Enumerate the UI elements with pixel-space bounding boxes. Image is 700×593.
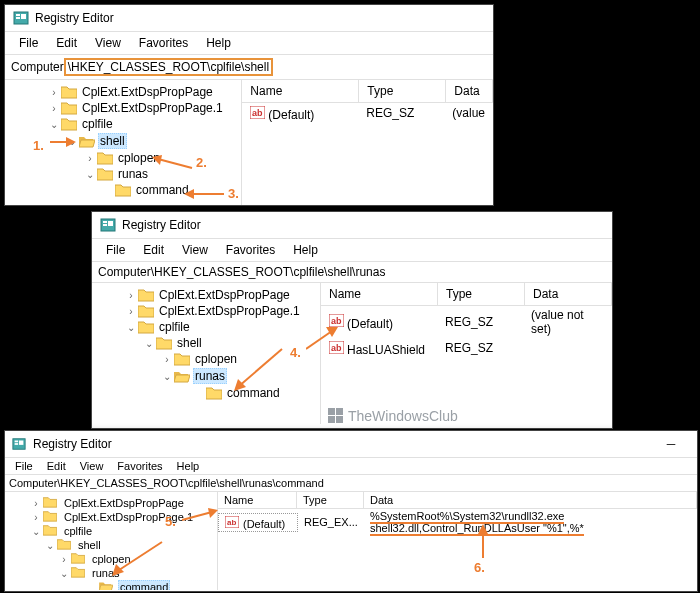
expand-icon[interactable]: › — [83, 153, 97, 164]
menu-favorites[interactable]: Favorites — [131, 34, 196, 52]
collapse-icon[interactable]: ⌄ — [160, 371, 174, 382]
collapse-icon[interactable]: ⌄ — [47, 119, 61, 130]
list-row[interactable]: abHasLUAShield REG_SZ — [321, 338, 612, 359]
menu-favorites[interactable]: Favorites — [218, 241, 283, 259]
folder-icon — [43, 524, 59, 538]
col-type[interactable]: Type — [297, 492, 364, 508]
menu-file[interactable]: File — [9, 459, 39, 473]
string-value-icon: ab — [250, 105, 266, 119]
titlebar[interactable]: Registry Editor — [5, 5, 493, 32]
col-type[interactable]: Type — [438, 283, 525, 305]
list-header: Name Type Data — [242, 80, 493, 103]
col-data[interactable]: Data — [446, 80, 493, 102]
arrow-icon — [476, 522, 490, 560]
list-row[interactable]: ab(Default) REG_SZ (value — [242, 103, 493, 124]
arrow-icon — [180, 508, 220, 524]
list-row[interactable]: ab(Default) REG_EX... %SystemRoot%\Syste… — [218, 509, 697, 535]
expand-icon[interactable]: › — [124, 290, 138, 301]
tree-node[interactable]: ⌄cplfile — [92, 319, 320, 335]
collapse-icon[interactable]: ⌄ — [124, 322, 138, 333]
tree-node[interactable]: ›CplExt.ExtDspPropPage — [5, 84, 241, 100]
window-title: Registry Editor — [35, 11, 114, 25]
svg-rect-7 — [103, 221, 107, 223]
menu-edit[interactable]: Edit — [41, 459, 72, 473]
tree-pane[interactable]: ›CplExt.ExtDspPropPage ›CplExt.ExtDspPro… — [92, 283, 321, 424]
annotation-3: 3. — [228, 186, 239, 201]
collapse-icon[interactable]: ⌄ — [142, 338, 156, 349]
expand-icon[interactable]: › — [124, 306, 138, 317]
menu-edit[interactable]: Edit — [135, 241, 172, 259]
expand-icon[interactable]: › — [160, 354, 174, 365]
arrow-icon — [306, 325, 340, 353]
tree-node[interactable]: ›CplExt.ExtDspPropPage — [92, 287, 320, 303]
menu-help[interactable]: Help — [171, 459, 206, 473]
window-title: Registry Editor — [122, 218, 201, 232]
expand-icon[interactable]: › — [47, 87, 61, 98]
windows-logo-icon — [328, 408, 344, 424]
svg-rect-17 — [336, 416, 343, 423]
collapse-icon[interactable]: ⌄ — [83, 169, 97, 180]
svg-rect-3 — [21, 14, 26, 19]
menubar: File Edit View Favorites Help — [92, 239, 612, 262]
expand-icon[interactable]: › — [29, 498, 43, 509]
svg-text:ab: ab — [252, 108, 263, 118]
window-title: Registry Editor — [33, 437, 112, 451]
addressbar[interactable]: Computer \HKEY_CLASSES_ROOT\cplfile\shel… — [5, 55, 493, 80]
col-data[interactable]: Data — [364, 492, 697, 508]
annotation-5: 5. — [165, 514, 176, 529]
menu-view[interactable]: View — [174, 241, 216, 259]
col-data[interactable]: Data — [525, 283, 612, 305]
svg-rect-16 — [328, 416, 335, 423]
list-row[interactable]: ab(Default) REG_SZ (value not set) — [321, 306, 612, 338]
annotation-6: 6. — [474, 560, 485, 575]
regedit-icon — [11, 436, 27, 452]
list-header: Name Type Data — [218, 492, 697, 509]
tree-node-selected[interactable]: command — [5, 580, 217, 590]
addressbar[interactable]: Computer\HKEY_CLASSES_ROOT\cplfile\shell… — [92, 262, 612, 283]
tree-node[interactable]: ⌄cplfile — [5, 116, 241, 132]
col-name[interactable]: Name — [321, 283, 438, 305]
regedit-icon — [13, 10, 29, 26]
tree-node[interactable]: ⌄cplfile — [5, 524, 217, 538]
collapse-icon[interactable]: ⌄ — [43, 540, 57, 551]
watermark: TheWindowsClub — [328, 408, 458, 424]
expand-icon[interactable]: › — [29, 512, 43, 523]
folder-icon — [61, 101, 77, 115]
window-controls: ─ — [651, 434, 691, 454]
folder-icon — [71, 552, 87, 566]
tree-node[interactable]: ›CplExt.ExtDspPropPage.1 — [5, 100, 241, 116]
folder-open-icon — [79, 134, 95, 148]
values-pane[interactable]: Name Type Data ab(Default) REG_SZ (value… — [321, 283, 612, 424]
expand-icon[interactable]: › — [47, 103, 61, 114]
addressbar[interactable]: Computer\HKEY_CLASSES_ROOT\cplfile\shell… — [5, 475, 697, 492]
menu-help[interactable]: Help — [285, 241, 326, 259]
expand-icon[interactable]: › — [57, 554, 71, 565]
menu-favorites[interactable]: Favorites — [111, 459, 168, 473]
annotation-4: 4. — [290, 345, 301, 360]
regedit-window-2: Registry Editor File Edit View Favorites… — [91, 211, 613, 429]
folder-icon — [206, 386, 222, 400]
folder-icon — [43, 510, 59, 524]
svg-rect-2 — [16, 17, 20, 19]
tree-node[interactable]: ›CplExt.ExtDspPropPage.1 — [92, 303, 320, 319]
menu-edit[interactable]: Edit — [48, 34, 85, 52]
menu-file[interactable]: File — [11, 34, 46, 52]
titlebar[interactable]: Registry Editor — [92, 212, 612, 239]
collapse-icon[interactable]: ⌄ — [57, 568, 71, 579]
titlebar[interactable]: Registry Editor ─ — [5, 431, 697, 458]
col-name[interactable]: Name — [218, 492, 297, 508]
collapse-icon[interactable]: ⌄ — [29, 526, 43, 537]
arrow-icon — [108, 540, 166, 578]
folder-icon — [97, 167, 113, 181]
menu-help[interactable]: Help — [198, 34, 239, 52]
menu-view[interactable]: View — [87, 34, 129, 52]
folder-icon — [71, 566, 87, 580]
values-pane[interactable]: Name Type Data ab(Default) REG_SZ (value — [242, 80, 493, 205]
values-pane[interactable]: Name Type Data ab(Default) REG_EX... %Sy… — [218, 492, 697, 590]
menu-view[interactable]: View — [74, 459, 110, 473]
folder-icon — [61, 85, 77, 99]
menu-file[interactable]: File — [98, 241, 133, 259]
minimize-button[interactable]: ─ — [651, 434, 691, 454]
col-type[interactable]: Type — [359, 80, 446, 102]
col-name[interactable]: Name — [242, 80, 359, 102]
